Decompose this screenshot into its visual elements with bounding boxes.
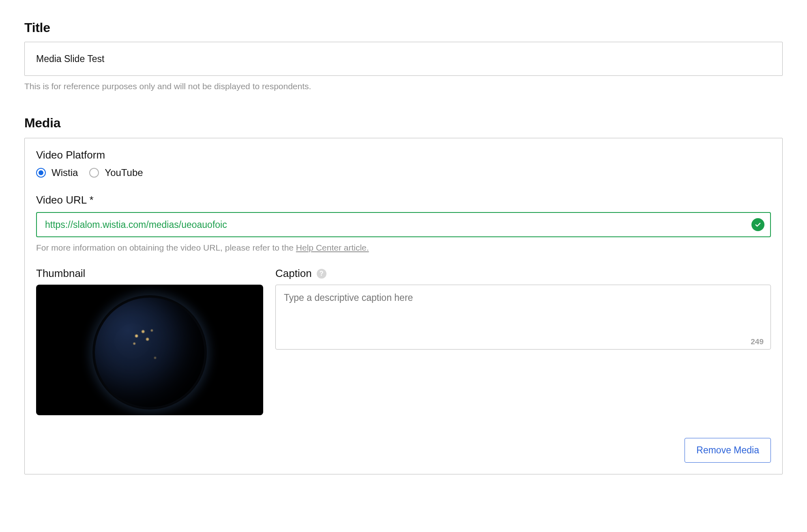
- caption-label: Caption: [275, 267, 312, 280]
- radio-icon: [36, 168, 46, 178]
- radio-icon: [89, 168, 99, 178]
- title-help-text: This is for reference purposes only and …: [24, 82, 783, 91]
- thumbnail-column: Thumbnail: [36, 267, 263, 415]
- media-panel: Video Platform Wistia YouTube Video URL …: [24, 138, 783, 474]
- media-heading: Media: [24, 116, 783, 131]
- thumbnail-preview[interactable]: [36, 285, 263, 415]
- video-url-label: Video URL *: [36, 194, 771, 206]
- caption-wrap: 249: [275, 285, 771, 351]
- page-root: Title This is for reference purposes onl…: [0, 0, 807, 532]
- valid-check-icon: [751, 218, 764, 231]
- video-url-help-prefix: For more information on obtaining the vi…: [36, 243, 296, 252]
- button-row: Remove Media: [36, 438, 771, 463]
- radio-label-wistia: Wistia: [52, 167, 78, 178]
- video-platform-radio-group: Wistia YouTube: [36, 167, 771, 178]
- help-icon[interactable]: ?: [317, 269, 326, 279]
- video-url-field[interactable]: [36, 212, 771, 237]
- video-url-help: For more information on obtaining the vi…: [36, 243, 771, 253]
- caption-textarea[interactable]: [275, 285, 771, 350]
- video-platform-label: Video Platform: [36, 149, 771, 161]
- remove-media-button[interactable]: Remove Media: [685, 438, 771, 463]
- radio-option-youtube[interactable]: YouTube: [89, 167, 143, 178]
- thumbnail-caption-row: Thumbnail Caption ? 249: [36, 267, 771, 415]
- radio-label-youtube: YouTube: [105, 167, 143, 178]
- help-center-link[interactable]: Help Center article.: [296, 243, 369, 252]
- title-heading: Title: [24, 20, 783, 35]
- radio-option-wistia[interactable]: Wistia: [36, 167, 78, 178]
- caption-char-counter: 249: [751, 337, 764, 346]
- caption-column: Caption ? 249: [275, 267, 771, 351]
- title-input[interactable]: [24, 42, 783, 76]
- thumbnail-image-earth: [95, 298, 204, 407]
- caption-header: Caption ?: [275, 267, 771, 280]
- video-url-input[interactable]: [44, 219, 751, 231]
- thumbnail-label: Thumbnail: [36, 267, 263, 280]
